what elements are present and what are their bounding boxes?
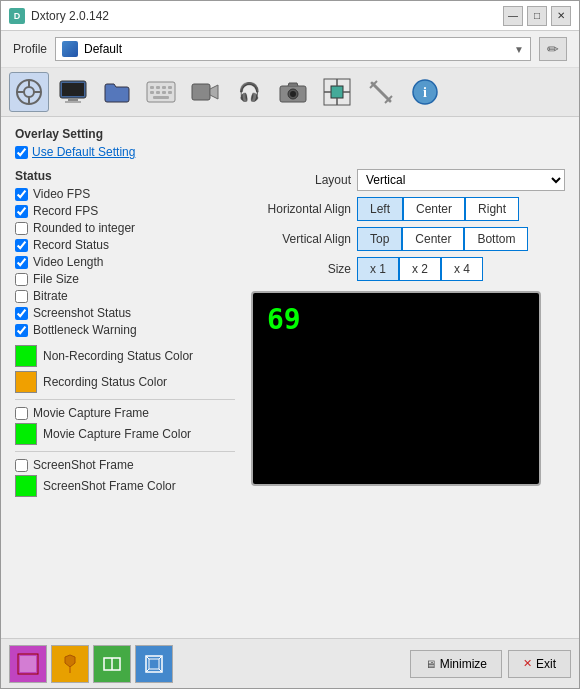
v-align-center-btn[interactable]: Center — [402, 227, 464, 251]
profile-select[interactable]: Default ▼ — [55, 37, 531, 61]
overlay-section-title: Overlay Setting — [15, 127, 565, 141]
tool-btn-4[interactable] — [135, 645, 173, 683]
bitrate-checkbox[interactable] — [15, 290, 28, 303]
svg-rect-18 — [168, 91, 172, 94]
video-length-row: Video Length — [15, 255, 235, 269]
profile-name: Default — [84, 42, 508, 56]
size-row: Size x 1 x 2 x 4 — [251, 257, 565, 281]
preview-number: 69 — [267, 303, 301, 336]
v-align-label: Vertical Align — [251, 232, 351, 246]
screenshot-frame-row: ScreenShot Frame — [15, 458, 235, 472]
file-size-row: File Size — [15, 272, 235, 286]
toolbar-camera-btn[interactable] — [273, 72, 313, 112]
movie-capture-frame-checkbox[interactable] — [15, 407, 28, 420]
status-section: Status Video FPS Record FPS Rounded to i… — [15, 169, 235, 337]
toolbar-keyboard-btn[interactable] — [141, 72, 181, 112]
app-window: D Dxtory 2.0.142 — □ ✕ Profile Default ▼… — [0, 0, 580, 689]
rounded-integer-row: Rounded to integer — [15, 221, 235, 235]
svg-rect-11 — [150, 86, 154, 89]
screenshot-status-checkbox[interactable] — [15, 307, 28, 320]
exit-label: Exit — [536, 657, 556, 671]
svg-line-31 — [372, 83, 390, 101]
svg-rect-16 — [156, 91, 160, 94]
bottleneck-checkbox[interactable] — [15, 324, 28, 337]
video-fps-checkbox[interactable] — [15, 188, 28, 201]
profile-edit-btn[interactable]: ✏ — [539, 37, 567, 61]
tool-btn-2[interactable] — [51, 645, 89, 683]
rounded-integer-label: Rounded to integer — [33, 221, 135, 235]
bottleneck-row: Bottleneck Warning — [15, 323, 235, 337]
use-default-label[interactable]: Use Default Setting — [32, 145, 135, 159]
tool-btn-3[interactable] — [93, 645, 131, 683]
svg-rect-25 — [331, 86, 343, 98]
minimize-label: Minimize — [440, 657, 487, 671]
toolbar-info-btn[interactable]: i — [405, 72, 445, 112]
record-status-row: Record Status — [15, 238, 235, 252]
v-align-top-btn[interactable]: Top — [357, 227, 402, 251]
movie-capture-frame-color-swatch[interactable] — [15, 423, 37, 445]
close-btn[interactable]: ✕ — [551, 6, 571, 26]
svg-rect-37 — [20, 656, 28, 664]
non-recording-color-row: Non-Recording Status Color — [15, 345, 235, 367]
svg-rect-38 — [28, 656, 36, 664]
movie-capture-frame-color-label: Movie Capture Frame Color — [43, 427, 191, 441]
toolbar-display-btn[interactable] — [53, 72, 93, 112]
screenshot-frame-checkbox[interactable] — [15, 459, 28, 472]
use-default-checkbox[interactable] — [15, 146, 28, 159]
use-default-row: Use Default Setting — [15, 145, 565, 159]
video-fps-label: Video FPS — [33, 187, 90, 201]
profile-dropdown-arrow: ▼ — [514, 44, 524, 55]
h-align-right-btn[interactable]: Right — [465, 197, 519, 221]
toolbar-audio-btn[interactable]: 🎧 — [229, 72, 269, 112]
movie-capture-frame-color-row: Movie Capture Frame Color — [15, 423, 235, 445]
record-status-label: Record Status — [33, 238, 109, 252]
svg-rect-7 — [62, 83, 84, 96]
record-fps-checkbox[interactable] — [15, 205, 28, 218]
v-align-bottom-btn[interactable]: Bottom — [464, 227, 528, 251]
toolbar: 🎧 — [1, 68, 579, 117]
video-length-label: Video Length — [33, 255, 104, 269]
status-title: Status — [15, 169, 235, 183]
toolbar-tools-btn[interactable] — [361, 72, 401, 112]
toolbar-folder-btn[interactable] — [97, 72, 137, 112]
minimize-btn[interactable]: 🖥 Minimize — [410, 650, 502, 678]
movie-capture-frame-row: Movie Capture Frame — [15, 406, 235, 420]
recording-color-row: Recording Status Color — [15, 371, 235, 393]
layout-select[interactable]: Vertical Horizontal — [357, 169, 565, 191]
toolbar-overlay-btn[interactable] — [9, 72, 49, 112]
screenshot-status-label: Screenshot Status — [33, 306, 131, 320]
record-status-checkbox[interactable] — [15, 239, 28, 252]
title-controls: — □ ✕ — [503, 6, 571, 26]
screenshot-frame-color-row: ScreenShot Frame Color — [15, 475, 235, 497]
svg-rect-15 — [150, 91, 154, 94]
tool-btn-1[interactable] — [9, 645, 47, 683]
size-label: Size — [251, 262, 351, 276]
size-x2-btn[interactable]: x 2 — [399, 257, 441, 281]
rounded-integer-checkbox[interactable] — [15, 222, 28, 235]
h-align-left-btn[interactable]: Left — [357, 197, 403, 221]
svg-rect-14 — [168, 86, 172, 89]
non-recording-color-label: Non-Recording Status Color — [43, 349, 193, 363]
recording-color-swatch[interactable] — [15, 371, 37, 393]
layout-section: Layout Vertical Horizontal Horizontal Al… — [251, 169, 565, 281]
screenshot-frame-color-swatch[interactable] — [15, 475, 37, 497]
non-recording-color-swatch[interactable] — [15, 345, 37, 367]
size-x4-btn[interactable]: x 4 — [441, 257, 483, 281]
layout-label: Layout — [251, 173, 351, 187]
profile-bar: Profile Default ▼ ✏ — [1, 31, 579, 68]
size-x1-btn[interactable]: x 1 — [357, 257, 399, 281]
svg-text:i: i — [423, 85, 427, 100]
h-align-center-btn[interactable]: Center — [403, 197, 465, 221]
bitrate-label: Bitrate — [33, 289, 68, 303]
minimize-btn[interactable]: — — [503, 6, 523, 26]
toolbar-circuit-btn[interactable] — [317, 72, 357, 112]
exit-btn[interactable]: ✕ Exit — [508, 650, 571, 678]
toolbar-video-btn[interactable] — [185, 72, 225, 112]
file-size-checkbox[interactable] — [15, 273, 28, 286]
screenshot-frame-color-label: ScreenShot Frame Color — [43, 479, 176, 493]
video-length-checkbox[interactable] — [15, 256, 28, 269]
h-align-label: Horizontal Align — [251, 202, 351, 216]
right-column: Layout Vertical Horizontal Horizontal Al… — [251, 169, 565, 501]
svg-rect-13 — [162, 86, 166, 89]
maximize-btn[interactable]: □ — [527, 6, 547, 26]
